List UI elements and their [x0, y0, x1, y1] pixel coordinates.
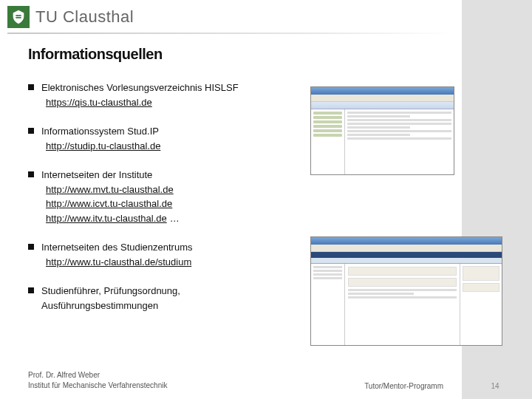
page-number: 14 — [473, 382, 517, 390]
bullet-item: Studienführer, Prüfungsordnung, Ausführu… — [28, 284, 296, 313]
bullet-label: Elektronisches Vorlesungsverzeichnis HIS… — [41, 81, 296, 95]
footer-institute: Institut für Mechanische Verfahrenstechn… — [28, 381, 167, 391]
bullet-label: Studienführer, Prüfungsordnung, Ausführu… — [41, 284, 296, 313]
bullet-marker-icon — [28, 244, 34, 250]
ellipsis: … — [170, 213, 180, 224]
bullet-marker-icon — [28, 171, 34, 177]
link-studium[interactable]: http://www.tu-clausthal.de/studium — [46, 255, 191, 270]
slide-content: Informationsquellen Elektronisches Vorle… — [0, 33, 303, 313]
link-itv[interactable]: http://www.itv.tu-clausthal.de — [46, 211, 167, 226]
bullet-label: Informationssystem Stud.IP — [41, 124, 296, 139]
slide-header: TU Clausthal — [0, 0, 532, 33]
university-name: TU Clausthal — [35, 7, 134, 27]
link-qis[interactable]: https://qis.tu-clausthal.de — [46, 95, 152, 110]
bullet-item: Internetseiten des Studienzentrums http:… — [28, 240, 296, 269]
page-title: Informationsquellen — [28, 46, 296, 63]
link-studip[interactable]: http://studip.tu-clausthal.de — [46, 139, 160, 154]
bullet-marker-icon — [28, 287, 34, 293]
bullet-item: Elektronisches Vorlesungsverzeichnis HIS… — [28, 81, 296, 109]
bullet-item: Internetseiten der Institute http://www.… — [28, 168, 296, 225]
bullet-label: Internetseiten des Studienzentrums — [41, 240, 296, 255]
bullet-marker-icon — [28, 128, 34, 134]
slide-footer: Prof. Dr. Alfred Weber Institut für Mech… — [28, 370, 517, 390]
link-mvt[interactable]: http://www.mvt.tu-clausthal.de — [46, 183, 174, 197]
bullet-marker-icon — [28, 84, 34, 90]
bullet-item: Informationssystem Stud.IP http://studip… — [28, 124, 296, 153]
bullet-label: Internetseiten der Institute — [41, 168, 296, 183]
thumbnail-studip — [310, 236, 502, 346]
link-icvt[interactable]: http://www.icvt.tu-clausthal.de — [46, 197, 172, 211]
coat-of-arms-icon — [7, 6, 30, 28]
footer-author: Prof. Dr. Alfred Weber — [28, 370, 167, 381]
footer-program: Tutor/Mentor-Programm — [364, 382, 443, 390]
thumbnail-hislsf — [310, 86, 454, 175]
